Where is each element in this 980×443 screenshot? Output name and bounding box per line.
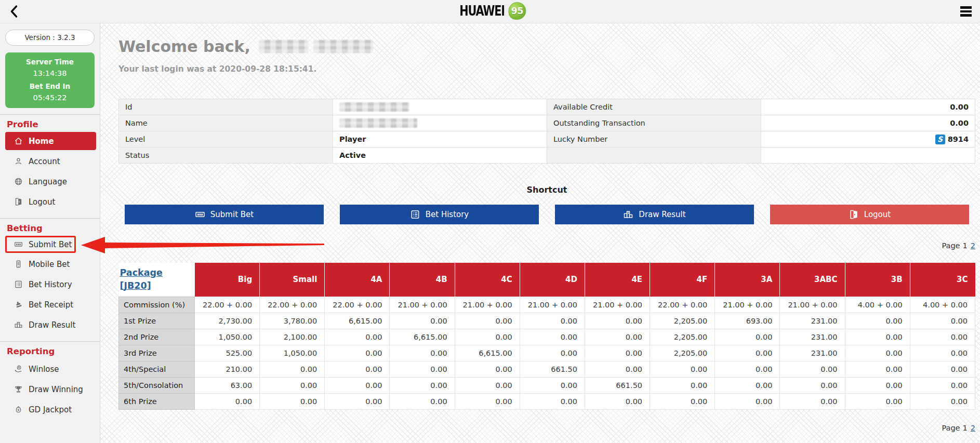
sidebar-item-language[interactable]: Language — [0, 171, 100, 192]
hamburger-bar — [960, 10, 972, 13]
table-row: Id Available Credit 0.00 — [119, 99, 975, 115]
sidebar-item-home[interactable]: Home — [5, 132, 96, 150]
column-header-small: Small — [260, 263, 325, 297]
column-header-4d: 4D — [520, 263, 585, 297]
bet-end-label: Bet End In — [5, 82, 95, 90]
table-cell: 0.00 — [845, 377, 910, 393]
available-credit-value: 0.00 — [761, 99, 975, 115]
sidebar-divider — [0, 114, 100, 115]
page-label: Page — [942, 424, 960, 432]
sidebar-item-label: Mobile Bet — [29, 260, 70, 269]
column-header-3c: 3C — [910, 263, 975, 297]
name-value — [333, 115, 547, 131]
home-icon — [14, 137, 23, 145]
sidebar-item-account[interactable]: Account — [0, 151, 100, 171]
table-cell: 0.00 — [390, 361, 455, 377]
bet-end-value: 05:45:22 — [5, 93, 95, 102]
sidebar-item-gd-jackpot[interactable]: $GD Jackpot — [0, 399, 100, 420]
table-cell: 0.00 — [455, 329, 520, 345]
table-cell: 525.00 — [195, 345, 260, 361]
sidebar-item-bet-receipt[interactable]: Bet Receipt — [0, 294, 100, 315]
bet-receipt-icon — [14, 300, 23, 309]
table-cell: 0.00 — [325, 361, 390, 377]
svg-text:1: 1 — [18, 323, 19, 325]
sidebar-item-submit-bet[interactable]: Submit Bet — [5, 236, 76, 253]
shortcut-button-label: Logout — [864, 210, 891, 219]
sidebar-item-label: Draw Result — [29, 320, 75, 330]
shortcut-button-label: Draw Result — [639, 210, 685, 219]
redacted-username — [313, 40, 373, 53]
table-cell: 0.00 — [910, 313, 975, 329]
table-cell: 0.00 — [650, 393, 715, 409]
row-label-4th-special: 4th/Special — [119, 361, 195, 377]
sidebar-item-bet-history[interactable]: Bet History — [0, 274, 100, 294]
table-cell: 1,050.00 — [195, 329, 260, 345]
column-header-3b: 3B — [845, 263, 910, 297]
back-chevron-icon — [8, 5, 21, 18]
column-header-4a: 4A — [325, 263, 390, 297]
package-jb20-link[interactable]: Package[JB20] — [120, 266, 163, 293]
table-cell: 63.00 — [195, 377, 260, 393]
language-icon — [14, 177, 23, 186]
back-button[interactable] — [8, 4, 23, 19]
table-cell: 21.00 + 0.00 — [520, 297, 585, 313]
level-value: Player — [333, 131, 547, 147]
sidebar-item-draw-result[interactable]: 1Draw Result — [0, 315, 100, 335]
sidebar-item-mobile-bet[interactable]: Mobile Bet — [0, 254, 100, 274]
sidebar-item-label: Home — [29, 137, 54, 146]
table-cell: 693.00 — [715, 313, 780, 329]
table-cell: 6,615.00 — [390, 329, 455, 345]
table-row: 6th Prize0.000.000.000.000.000.000.000.0… — [119, 393, 975, 409]
sidebar-item-logout[interactable]: Logout — [0, 192, 100, 212]
table-cell: 661.50 — [520, 361, 585, 377]
table-cell: 0.00 — [715, 361, 780, 377]
hamburger-menu-button[interactable] — [959, 3, 973, 20]
submit-bet-icon — [14, 240, 23, 249]
table-cell: 0.00 — [520, 345, 585, 361]
topbar: HUAWEI 95 — [0, 0, 980, 23]
level-label: Level — [119, 131, 333, 147]
logout-icon — [14, 197, 23, 206]
sidebar-item-label: Submit Bet — [29, 240, 72, 249]
page-2-link[interactable]: 2 — [971, 424, 975, 432]
shortcut-bet-history-button[interactable]: Bet History — [340, 205, 539, 224]
shortcut-title: Shortcut — [118, 185, 975, 195]
table-cell: 0.00 — [520, 377, 585, 393]
table-cell: 0.00 — [845, 345, 910, 361]
sidebar-item-label: Bet History — [29, 280, 72, 289]
table-cell: 0.00 — [585, 329, 650, 345]
svg-text:$: $ — [18, 366, 20, 369]
brand-95-badge: 95 — [509, 2, 526, 20]
table-cell: 4.00 + 0.00 — [845, 297, 910, 313]
outstanding-transaction-value: 0.00 — [761, 115, 975, 131]
profile-info-table: Id Available Credit 0.00 Name Outstandin… — [118, 99, 975, 164]
table-cell: 0.00 — [390, 345, 455, 361]
table-cell: 1,050.00 — [260, 345, 325, 361]
table-cell: 0.00 — [845, 361, 910, 377]
server-time-value: 13:14:38 — [5, 69, 95, 77]
table-cell: 0.00 — [715, 393, 780, 409]
main-content: Welcome back, Your last login was at 202… — [100, 23, 980, 443]
table-cell: 0.00 — [780, 361, 845, 377]
redacted-name-value — [339, 118, 417, 128]
name-label: Name — [119, 115, 333, 131]
table-cell: 0.00 — [910, 393, 975, 409]
shortcut-draw-result-button[interactable]: 1Draw Result — [555, 205, 754, 224]
shortcut-logout-button[interactable]: Logout — [770, 205, 969, 224]
table-row: 2nd Prize1,050.002,100.000.006,615.000.0… — [119, 329, 975, 345]
table-cell: 0.00 — [455, 377, 520, 393]
table-cell: 0.00 — [715, 377, 780, 393]
shortcut-button-row: Submit BetBet History1Draw ResultLogout — [118, 205, 975, 224]
page-2-link[interactable]: 2 — [971, 241, 975, 250]
sidebar-heading-profile: Profile — [7, 119, 100, 129]
shortcut-submit-bet-button[interactable]: Submit Bet — [125, 205, 324, 224]
table-cell: 2,730.00 — [195, 313, 260, 329]
sidebar-item-draw-winning[interactable]: Draw Winning — [0, 379, 100, 399]
table-cell: 0.00 — [520, 393, 585, 409]
table-cell: 0.00 — [260, 377, 325, 393]
table-row: 4th/Special210.000.000.000.000.00661.500… — [119, 361, 975, 377]
sidebar-divider — [0, 341, 100, 342]
sidebar-heading-reporting: Reporting — [7, 346, 100, 356]
sidebar-item-winlose[interactable]: $Winlose — [0, 359, 100, 379]
table-cell: 0.00 — [715, 345, 780, 361]
